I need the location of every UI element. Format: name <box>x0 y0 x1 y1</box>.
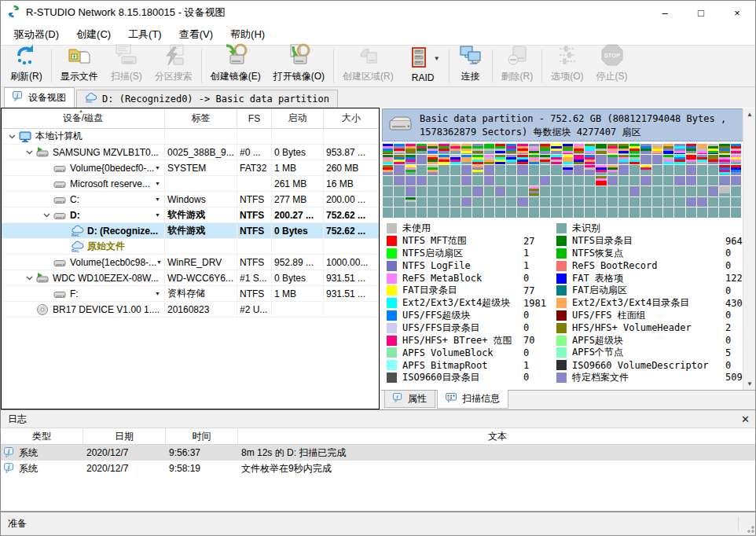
open-image-button[interactable]: 打开镜像(O) <box>267 46 331 86</box>
legend-item: Ext2/Ext3/Ext4超级块1981 <box>387 297 556 310</box>
log-column-text[interactable]: 文本 <box>238 428 756 444</box>
row-dropdown-icon[interactable]: ▼ <box>155 196 162 202</box>
scroll-up-icon[interactable]: ▲ <box>747 111 753 118</box>
scan-block <box>439 186 449 196</box>
table-row[interactable]: F:▼资料存储NTFS1 MB931.51 ... <box>2 286 379 302</box>
menu-tools[interactable]: 工具(T) <box>119 25 171 44</box>
scan-block <box>574 186 584 196</box>
chevron-down-icon[interactable] <box>39 213 53 218</box>
log-close-icon[interactable]: ✕ <box>741 413 750 425</box>
log-row[interactable]: i系统2020/12/79:56:378m 12s 的 D: 扫描已完成 <box>1 445 756 461</box>
table-row[interactable]: Microsoft reserve...▼261 MB16 MB <box>2 176 379 192</box>
log-column-date[interactable]: 日期 <box>83 428 166 444</box>
table-row[interactable]: Rec.原始文件 <box>2 239 379 255</box>
scan-block <box>529 197 539 207</box>
dropdown-caret-icon[interactable]: ▼ <box>434 55 440 62</box>
column-fs[interactable]: FS <box>237 108 272 128</box>
scan-block <box>472 144 483 154</box>
column-start[interactable]: 启动 <box>272 108 324 128</box>
row-dropdown-icon[interactable]: ▼ <box>155 165 162 171</box>
scan-block <box>663 144 673 154</box>
show-files-button[interactable]: 显示文件 <box>54 46 105 86</box>
scan-block-map[interactable] <box>383 144 741 218</box>
log-row[interactable]: i系统2020/12/79:58:19文件枚举在9秒内完成 <box>1 461 756 476</box>
close-button[interactable]: × <box>719 1 755 24</box>
label-cell: WinRE_DRV <box>165 255 237 270</box>
column-device-disk[interactable]: 设备/磁盘 <box>2 108 165 128</box>
table-row[interactable]: SAMSUNG MZVLB1T0...0025_388B_9...#0 ...0… <box>2 145 379 160</box>
toolbar: 刷新(R)显示文件扫描(S)分区搜索创建镜像(E)打开镜像(O)创建区域(R)▼… <box>1 45 755 87</box>
scan-block <box>607 197 618 207</box>
table-row[interactable]: WDC WD10EZEX-08W...WD-WCC6Y6...#1 S...0 … <box>2 270 379 286</box>
scan-block <box>529 207 539 218</box>
tab-scan-information[interactable]: 扫描信息 <box>437 390 508 409</box>
row-dropdown-icon[interactable]: ▼ <box>155 212 162 218</box>
menu-help[interactable]: 帮助(H) <box>222 25 273 44</box>
table-row[interactable]: Volume{1ecb0c98-...▼WinRE_DRVNTFS952.89 … <box>2 255 379 270</box>
scan-block <box>686 197 696 207</box>
chevron-down-icon[interactable] <box>5 134 19 139</box>
refresh-button[interactable]: 刷新(R) <box>4 46 49 86</box>
row-dropdown-icon[interactable]: ▼ <box>156 259 163 265</box>
table-row[interactable]: Rec.D: (Recognize...软件游戏NTFS0 Bytes752.6… <box>2 223 379 239</box>
tab-device-view[interactable]: i 设备视图 <box>4 87 75 108</box>
scan-block <box>406 186 416 196</box>
column-size[interactable]: 大小 <box>324 108 379 128</box>
log-column-type[interactable]: 类型 <box>1 428 83 444</box>
legend-color-chip <box>387 360 397 370</box>
legend-label: ReFS BootRecord <box>572 260 720 271</box>
scan-block <box>731 207 741 218</box>
scrollbar-vertical[interactable]: ▲ ▼ <box>743 108 756 390</box>
scroll-down-icon[interactable]: ▼ <box>747 380 753 387</box>
table-row[interactable]: C:▼WindowsNTFS277 MB200.00 ... <box>2 192 379 207</box>
table-row[interactable]: D:▼软件游戏NTFS200.27 ...752.62 ... <box>2 207 379 223</box>
scan-block <box>697 176 707 186</box>
scan-block <box>439 144 449 154</box>
minimize-button[interactable]: – <box>647 1 683 24</box>
scan-block <box>596 207 606 218</box>
create-region-button: 创建区域(R) <box>336 46 400 86</box>
drive-icon <box>36 272 50 285</box>
table-row[interactable]: 本地计算机 <box>2 129 379 145</box>
tab-recognized-partition[interactable]: Rec. D: (Recognized0) -> Basic data part… <box>76 90 338 108</box>
legend-count: 1 <box>523 360 529 371</box>
table-row[interactable]: BR17 DEVICE V1.00 1....20160823#2 U... <box>2 302 379 318</box>
legend-label: 未识别 <box>572 222 720 235</box>
toolbar-separator <box>51 50 52 83</box>
device-name: F: <box>70 288 79 299</box>
chevron-down-icon[interactable] <box>22 150 36 155</box>
legend-color-chip <box>387 285 397 296</box>
device-table-body: 本地计算机SAMSUNG MZVLB1T0...0025_388B_9...#0… <box>2 129 379 318</box>
legend-item: NTFS MFT范围27 <box>387 235 556 248</box>
menu-view[interactable]: 查看(V) <box>171 25 222 44</box>
scan-block <box>383 165 393 175</box>
scan-block <box>585 197 595 207</box>
row-dropdown-icon[interactable]: ▼ <box>155 291 162 296</box>
scan-block <box>652 197 662 207</box>
label-cell: 20160823 <box>165 302 237 317</box>
scan-block <box>708 186 718 196</box>
row-dropdown-icon[interactable]: ▼ <box>155 181 162 186</box>
resize-grip[interactable] <box>745 523 754 533</box>
maximize-button[interactable]: □ <box>683 1 719 24</box>
column-label[interactable]: 标签 <box>165 108 237 128</box>
menu-create[interactable]: 创建(C) <box>68 25 119 44</box>
scan-block <box>506 186 516 196</box>
scan-block <box>495 207 505 218</box>
scan-block <box>708 207 718 218</box>
scan-info-icon <box>446 393 457 406</box>
log-column-time[interactable]: 时间 <box>166 428 238 444</box>
scan-block <box>383 186 393 196</box>
legend-color-chip <box>387 373 397 383</box>
tab-properties[interactable]: i 属性 <box>384 391 435 408</box>
connect-button[interactable]: 连接 <box>452 46 490 86</box>
legend-item: Ext2/Ext3/Ext4目录条目4305 <box>556 297 756 310</box>
create-image-button[interactable]: 创建镜像(E) <box>204 46 267 86</box>
raid-button[interactable]: ▼RAID <box>400 46 446 86</box>
legend-label: NTFS恢复点 <box>572 247 720 260</box>
scan-block <box>719 186 729 196</box>
menu-drives[interactable]: 驱动器(D) <box>6 25 68 44</box>
start-cell <box>272 302 324 317</box>
chevron-down-icon[interactable] <box>22 276 36 281</box>
table-row[interactable]: Volume{0bedecf0-...▼SYSTEMFAT321 MB260 M… <box>2 160 379 176</box>
